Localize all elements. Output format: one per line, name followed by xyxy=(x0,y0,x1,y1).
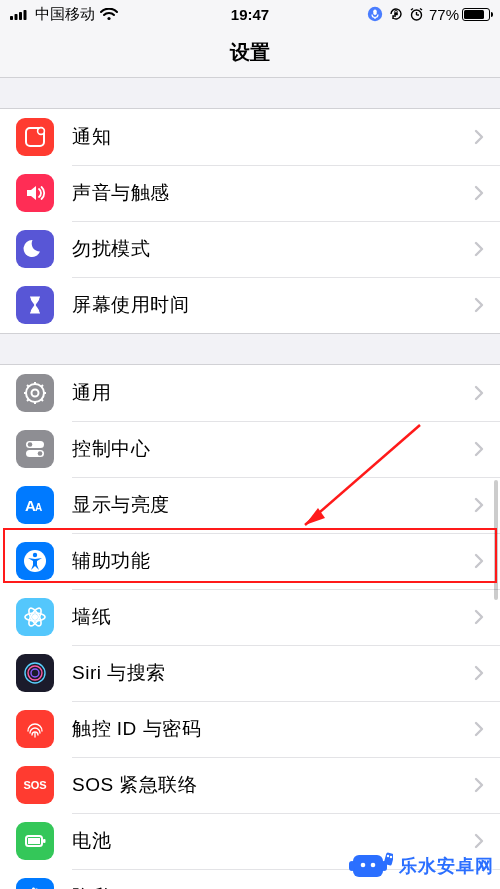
toggles-icon xyxy=(16,430,54,468)
row-label: 隐私 xyxy=(72,884,474,889)
svg-line-23 xyxy=(27,385,29,387)
svg-point-34 xyxy=(33,553,37,557)
svg-point-52 xyxy=(371,863,376,868)
chevron-right-icon xyxy=(474,385,484,401)
group-gap xyxy=(0,78,500,108)
battery-pct-text: 77% xyxy=(429,6,459,23)
row-label: Siri 与搜索 xyxy=(72,660,474,686)
row-label: 显示与亮度 xyxy=(72,492,474,518)
svg-rect-44 xyxy=(43,839,46,843)
row-label: 触控 ID 与密码 xyxy=(72,716,474,742)
settings-group-1: 通知 声音与触感 勿扰模式 屏幕使用时间 xyxy=(0,108,500,334)
svg-point-54 xyxy=(387,855,389,857)
svg-rect-49 xyxy=(349,861,355,871)
svg-line-13 xyxy=(420,8,422,10)
row-wallpaper[interactable]: 墙纸 xyxy=(0,589,500,645)
row-sounds[interactable]: 声音与触感 xyxy=(0,165,500,221)
row-display[interactable]: AA 显示与亮度 xyxy=(0,477,500,533)
status-bar: 中国移动 19:47 77% xyxy=(0,0,500,28)
wifi-icon xyxy=(100,8,118,21)
rotation-lock-icon xyxy=(388,6,404,22)
chevron-right-icon xyxy=(474,241,484,257)
svg-point-30 xyxy=(38,451,43,456)
svg-point-4 xyxy=(107,16,110,19)
row-dnd[interactable]: 勿扰模式 xyxy=(0,221,500,277)
siri-icon xyxy=(16,654,54,692)
chevron-right-icon xyxy=(474,609,484,625)
chevron-right-icon xyxy=(474,441,484,457)
battery-indicator: 77% xyxy=(429,6,490,23)
row-label: 控制中心 xyxy=(72,436,474,462)
chevron-right-icon xyxy=(474,497,484,513)
svg-rect-3 xyxy=(24,10,27,20)
row-label: 通用 xyxy=(72,380,474,406)
gear-icon xyxy=(16,374,54,412)
notification-icon xyxy=(16,118,54,156)
chevron-right-icon xyxy=(474,297,484,313)
chevron-right-icon xyxy=(474,777,484,793)
row-general[interactable]: 通用 xyxy=(0,365,500,421)
svg-point-41 xyxy=(31,669,39,677)
svg-rect-45 xyxy=(28,838,40,844)
battery-icon xyxy=(16,822,54,860)
watermark-logo-icon xyxy=(347,849,393,883)
moon-icon xyxy=(16,230,54,268)
row-touchid[interactable]: 触控 ID 与密码 xyxy=(0,701,500,757)
svg-text:SOS: SOS xyxy=(23,779,46,791)
svg-line-26 xyxy=(41,385,43,387)
page-title: 设置 xyxy=(230,39,270,66)
chevron-right-icon xyxy=(474,665,484,681)
hourglass-icon xyxy=(16,286,54,324)
svg-line-24 xyxy=(41,399,43,401)
row-control-center[interactable]: 控制中心 xyxy=(0,421,500,477)
watermark-text: 乐水安卓网 xyxy=(399,854,494,878)
sos-icon: SOS xyxy=(16,766,54,804)
alarm-icon xyxy=(409,7,424,22)
mic-icon xyxy=(367,6,383,22)
row-label: 通知 xyxy=(72,124,474,150)
row-label: 勿扰模式 xyxy=(72,236,474,262)
svg-line-12 xyxy=(411,8,413,10)
chevron-right-icon xyxy=(474,129,484,145)
row-label: SOS 紧急联络 xyxy=(72,772,474,798)
svg-point-28 xyxy=(28,442,33,447)
svg-point-55 xyxy=(390,856,392,858)
carrier-text: 中国移动 xyxy=(35,5,95,24)
chevron-right-icon xyxy=(474,721,484,737)
row-label: 屏幕使用时间 xyxy=(72,292,474,318)
status-left: 中国移动 xyxy=(10,5,118,24)
svg-text:A: A xyxy=(35,502,42,513)
row-siri[interactable]: Siri 与搜索 xyxy=(0,645,500,701)
svg-line-25 xyxy=(27,399,29,401)
svg-rect-2 xyxy=(19,12,22,20)
svg-rect-48 xyxy=(353,855,383,877)
row-screentime[interactable]: 屏幕使用时间 xyxy=(0,277,500,333)
status-time: 19:47 xyxy=(231,6,269,23)
svg-point-40 xyxy=(28,666,42,680)
svg-rect-8 xyxy=(394,12,398,15)
row-accessibility[interactable]: 辅助功能 xyxy=(0,533,500,589)
status-right: 77% xyxy=(367,6,490,23)
group-gap xyxy=(0,334,500,364)
fingerprint-icon xyxy=(16,710,54,748)
row-label: 辅助功能 xyxy=(72,548,474,574)
svg-rect-1 xyxy=(15,14,18,20)
speaker-icon xyxy=(16,174,54,212)
row-label: 声音与触感 xyxy=(72,180,474,206)
nav-bar: 设置 xyxy=(0,28,500,78)
svg-point-35 xyxy=(32,614,38,620)
watermark: 乐水安卓网 xyxy=(347,849,494,883)
chevron-right-icon xyxy=(474,833,484,849)
svg-point-16 xyxy=(38,128,43,133)
svg-rect-0 xyxy=(10,16,13,20)
hand-icon xyxy=(16,878,54,889)
signal-icon xyxy=(10,8,30,20)
battery-icon xyxy=(462,8,490,21)
chevron-right-icon xyxy=(474,553,484,569)
flower-icon xyxy=(16,598,54,636)
row-sos[interactable]: SOS SOS 紧急联络 xyxy=(0,757,500,813)
text-size-icon: AA xyxy=(16,486,54,524)
row-notifications[interactable]: 通知 xyxy=(0,109,500,165)
svg-rect-53 xyxy=(384,852,393,866)
scrollbar[interactable] xyxy=(494,480,498,600)
